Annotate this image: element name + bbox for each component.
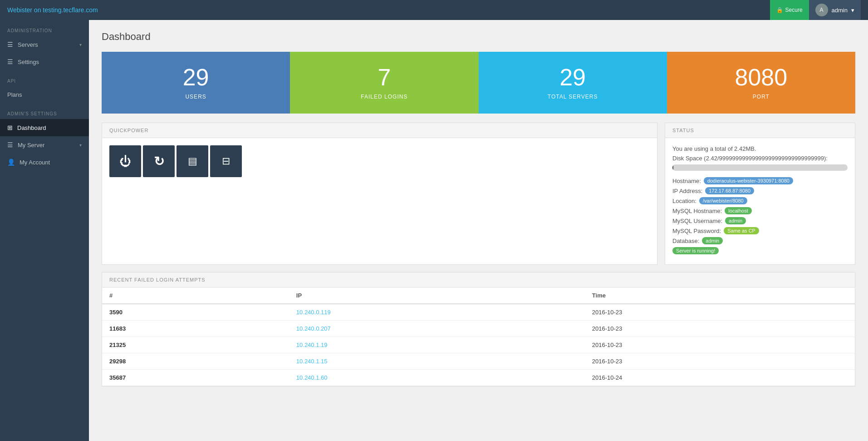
sidebar-item-myaccount[interactable]: 👤 My Account (0, 154, 89, 171)
stat-failed-logins-label: FAILED LOGINS (299, 94, 469, 100)
status-row-database: Database: admin (672, 237, 848, 244)
ip-value: 172.17.68.87:8080 (705, 187, 754, 194)
sidebar-dashboard-label: Dashboard (17, 124, 46, 131)
cell-time: 2016-10-23 (585, 337, 855, 353)
sidebar-myserver-label: My Server (18, 142, 44, 149)
cell-time: 2016-10-23 (585, 304, 855, 321)
chevron-down-icon: ▾ (79, 42, 82, 47)
cell-ip: 10.240.1.15 (289, 353, 585, 370)
database-icon: ⊟ (222, 155, 230, 167)
sidebar-item-servers[interactable]: ☰ Servers ▾ (0, 36, 89, 53)
sidebar-item-myserver-left: ☰ My Server (7, 141, 44, 149)
stats-grid: 29 USERS 7 FAILED LOGINS 29 TOTAL SERVER… (102, 52, 855, 114)
col-ip: IP (289, 287, 585, 304)
brand: Webister on testing.tecflare.com (7, 6, 98, 14)
cell-ip: 10.240.1.19 (289, 337, 585, 353)
stat-users-number: 29 (111, 65, 281, 89)
table-row: 29298 10.240.1.15 2016-10-23 (102, 353, 855, 370)
status-header: STATUS (665, 123, 855, 138)
sidebar-item-settings[interactable]: ☰ Settings (0, 53, 89, 70)
disk-usage-text: You are using a total of 2.42MB. (672, 145, 848, 152)
sidebar-settings-label: Settings (18, 59, 39, 65)
api-section-label: API (0, 70, 89, 86)
sidebar: ADMINISTRATION ☰ Servers ▾ ☰ Settings AP… (0, 20, 89, 441)
two-col-section: QUICKPOWER ⏻ ↻ ▤ ⊟ (102, 123, 855, 265)
mysql-username-label: MySQL Username: (672, 218, 722, 224)
cell-id: 11683 (102, 321, 289, 337)
running-badge: Server is running! (672, 247, 719, 254)
cell-id: 29298 (102, 353, 289, 370)
cell-time: 2016-10-23 (585, 321, 855, 337)
col-id: # (102, 287, 289, 304)
table-row: 35687 10.240.1.60 2016-10-24 (102, 370, 855, 386)
disk-space-label: Disk Space (2.42/99999999999999999999999… (672, 155, 848, 162)
table-row: 11683 10.240.0.207 2016-10-23 (102, 321, 855, 337)
topbar: Webister on testing.tecflare.com 🔒 Secur… (0, 0, 868, 20)
sidebar-item-dashboard[interactable]: ⊞ Dashboard (0, 119, 89, 136)
database-label: Database: (672, 238, 699, 244)
mysql-password-value: Same as CP (724, 227, 759, 234)
sidebar-item-plans[interactable]: Plans (0, 86, 89, 103)
brand-prefix: Webister on (7, 6, 43, 14)
recent-logins-header: RECENT FAILED LOGIN ATTEMPTS (102, 273, 855, 287)
quickpower-header: QUICKPOWER (102, 123, 657, 138)
disk-bar-container (672, 164, 848, 171)
sidebar-section-administration: ADMINISTRATION ☰ Servers ▾ ☰ Settings (0, 20, 89, 70)
status-row-location: Location: /var/webister/8080 (672, 197, 848, 204)
adminsettings-section-label: ADMIN'S SETTINGS (0, 103, 89, 119)
sidebar-item-dashboard-left: ⊞ Dashboard (7, 124, 46, 131)
col-time: Time (585, 287, 855, 304)
restart-button[interactable]: ↻ (143, 145, 175, 177)
status-row-mysql-password: MySQL Password: Same as CP (672, 227, 848, 234)
status-row-running: Server is running! (672, 247, 848, 254)
sidebar-item-myserver[interactable]: ☰ My Server ▾ (0, 136, 89, 154)
recent-logins-panel: RECENT FAILED LOGIN ATTEMPTS # IP Time 3… (102, 272, 855, 386)
user-menu[interactable]: A admin ▾ (809, 0, 861, 20)
stat-failed-logins-number: 7 (299, 65, 469, 89)
sidebar-section-api: API Plans (0, 70, 89, 103)
sidebar-section-adminsettings: ADMIN'S SETTINGS ⊞ Dashboard ☰ My Server… (0, 103, 89, 171)
chevron-down-icon: ▾ (79, 143, 82, 148)
stat-card-port: 8080 PORT (667, 52, 855, 114)
cell-time: 2016-10-23 (585, 353, 855, 370)
disk-bar-fill (672, 164, 673, 171)
status-panel: STATUS You are using a total of 2.42MB. … (665, 123, 855, 265)
mysql-username-value: admin (725, 217, 746, 224)
avatar: A (815, 4, 828, 16)
quickpower-buttons: ⏻ ↻ ▤ ⊟ (109, 145, 650, 177)
quickpower-body: ⏻ ↻ ▤ ⊟ (102, 138, 657, 184)
database-button[interactable]: ⊟ (210, 145, 242, 177)
brand-site: testing.tecflare.com (43, 6, 98, 14)
cell-ip: 10.240.1.60 (289, 370, 585, 386)
dashboard-icon: ⊞ (7, 124, 13, 131)
status-row-mysql-hostname: MySQL Hostname: localhost (672, 207, 848, 214)
cell-ip: 10.240.0.207 (289, 321, 585, 337)
sidebar-servers-label: Servers (18, 41, 38, 48)
main-layout: ADMINISTRATION ☰ Servers ▾ ☰ Settings AP… (0, 20, 868, 441)
sidebar-plans-label: Plans (7, 91, 22, 98)
myaccount-icon: 👤 (7, 159, 15, 166)
stat-port-label: PORT (676, 94, 846, 100)
lock-icon: 🔒 (776, 7, 783, 13)
stat-total-servers-label: TOTAL SERVERS (488, 94, 658, 100)
hostname-label: Hostname: (672, 178, 701, 184)
stat-card-failed-logins: 7 FAILED LOGINS (290, 52, 478, 114)
sidebar-myaccount-label: My Account (20, 159, 50, 166)
mysql-hostname-label: MySQL Hostname: (672, 208, 722, 214)
sidebar-item-plans-left: Plans (7, 91, 22, 98)
cell-id: 21325 (102, 337, 289, 353)
console-button[interactable]: ▤ (177, 145, 208, 177)
power-button[interactable]: ⏻ (109, 145, 141, 177)
database-value: admin (702, 237, 723, 244)
cell-time: 2016-10-24 (585, 370, 855, 386)
stat-card-total-servers: 29 TOTAL SERVERS (479, 52, 667, 114)
recent-logins-table: # IP Time 3590 10.240.0.119 2016-10-23 1… (102, 287, 855, 386)
sidebar-item-myaccount-left: 👤 My Account (7, 159, 50, 166)
cell-id: 3590 (102, 304, 289, 321)
status-row-hostname: Hostname: dodieraculus-webister-3930971:… (672, 177, 848, 184)
secure-label: Secure (785, 7, 803, 13)
sidebar-item-settings-left: ☰ Settings (7, 58, 39, 65)
myserver-icon: ☰ (7, 141, 13, 149)
sidebar-item-servers-left: ☰ Servers (7, 41, 38, 48)
stat-card-users: 29 USERS (102, 52, 290, 114)
